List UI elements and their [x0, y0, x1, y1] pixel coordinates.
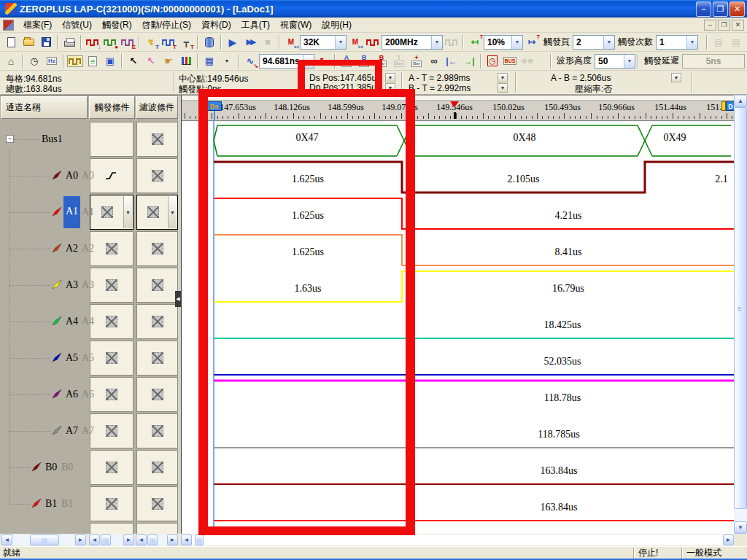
tree-expander-bus1[interactable]: − — [6, 135, 14, 143]
b-bar-icon[interactable]: BBar — [355, 53, 373, 69]
select-tool-icon[interactable]: ↖ — [125, 53, 142, 69]
memory-page-right-icon[interactable]: M↦ — [347, 34, 364, 50]
trigger-column-scrollbar[interactable]: ◄► — [89, 534, 134, 545]
repeat-run-icon[interactable]: ▶▶ — [241, 34, 259, 50]
menu-item-4[interactable]: 資料(D) — [196, 18, 236, 31]
a-b-dropdown[interactable]: ▼ — [671, 73, 681, 82]
run-icon[interactable]: ▶ — [224, 34, 241, 50]
filter-cell-B0[interactable] — [136, 450, 178, 485]
filter-cell-B1[interactable] — [136, 486, 178, 521]
menu-item-3[interactable]: 啓動/停止(S) — [137, 18, 196, 31]
add-bar-icon[interactable]: +Bar — [408, 53, 425, 69]
pulse-width-trigger-icon[interactable]: ↯T — [142, 34, 160, 50]
menu-item-0[interactable]: 檔案(F) — [18, 18, 57, 31]
trigger-position-combo[interactable]: 10%▼ — [484, 35, 523, 50]
mdi-minimize-button[interactable]: – — [704, 20, 716, 31]
frequency-icon[interactable]: Hz — [43, 53, 61, 69]
sampling-frequency-combo[interactable]: 200MHz▼ — [382, 35, 443, 50]
filter-cell-A0[interactable] — [136, 158, 178, 193]
ds-marker-flag[interactable]: Ds — [206, 101, 222, 111]
goto-end-icon[interactable]: →| — [460, 53, 478, 69]
channel-setup-icon[interactable]: ● — [101, 34, 119, 50]
zoom-scale-combo[interactable]: 94.681ns▼ — [259, 54, 314, 69]
menu-item-6[interactable]: 視窗(W) — [275, 18, 317, 31]
menu-item-5[interactable]: 工具(T) — [236, 18, 275, 31]
pulse-timer-icon[interactable]: ◷ — [484, 53, 501, 69]
grid-dropdown-icon[interactable]: ▼ — [218, 53, 236, 69]
minimize-button[interactable]: – — [696, 1, 711, 17]
filter-cell-dropdown[interactable]: ▼ — [168, 196, 177, 228]
menu-item-1[interactable]: 信號(U) — [57, 18, 97, 31]
trigger-cell-B0[interactable] — [90, 450, 133, 485]
maximize-button[interactable]: ❐ — [713, 1, 728, 17]
vertical-scroll-thumb[interactable] — [734, 107, 747, 509]
hand-tool-icon[interactable]: ☛ — [160, 53, 177, 69]
channel-label-A1-selected[interactable]: A1 — [63, 196, 80, 228]
menu-item-7[interactable]: 說明(H) — [317, 18, 357, 31]
channel-label-A3[interactable]: A3 — [66, 279, 78, 291]
filter-column-scrollbar[interactable]: ◄► — [136, 534, 178, 545]
filter-cell-A1[interactable]: ▼ — [136, 195, 178, 230]
ds-pos-dropdown[interactable]: ▼ — [385, 73, 395, 82]
internal-clock-icon[interactable] — [364, 34, 382, 50]
navigator-icon[interactable]: ▣ — [101, 53, 119, 69]
trigger-cell-row11[interactable] — [90, 523, 133, 534]
search-icon[interactable]: ∞ — [425, 53, 443, 69]
wave-height-combo[interactable]: 50▼ — [595, 54, 635, 69]
channel-label-A7[interactable]: A7 — [66, 425, 78, 437]
waveform-traces[interactable]: 0X470X480X491.625us2.105us2.11.625us4.21… — [182, 121, 734, 534]
filter-cell-A5[interactable] — [136, 341, 178, 376]
channel-label-B0[interactable]: B0 — [45, 462, 57, 473]
filter-cell-A3[interactable] — [136, 268, 178, 303]
trigger-cell-A6[interactable] — [90, 377, 133, 412]
splitter-collapse-arrow[interactable]: ◀ — [175, 291, 181, 307]
trigger-cell-A0[interactable] — [90, 158, 133, 193]
trigger-cell-A7[interactable] — [90, 413, 133, 448]
memory-page-left-icon[interactable]: M↤ — [282, 34, 300, 50]
clock-setup-icon[interactable]: ◷ — [26, 53, 43, 69]
filter-cell-A7[interactable] — [136, 413, 178, 448]
close-button[interactable]: ✕ — [729, 1, 745, 17]
trigger-page-combo[interactable]: 2▼ — [573, 35, 615, 50]
goto-start-icon[interactable]: |← — [443, 53, 460, 69]
bus-width-icon[interactable]: BUS — [501, 53, 519, 69]
vertical-scrollbar[interactable]: ▲ ▼ — [734, 95, 747, 534]
filter-cell-A6[interactable] — [136, 377, 178, 412]
channel-label-B1[interactable]: B1 — [45, 498, 57, 510]
bus-setup-icon[interactable] — [201, 34, 218, 50]
column-header-channel-name[interactable]: 通道名稱 — [1, 96, 88, 119]
b-t-dropdown[interactable]: ▼ — [498, 83, 508, 93]
channel-label-A2[interactable]: A2 — [66, 243, 78, 254]
dp-pos-dropdown[interactable]: ▼ — [385, 83, 395, 93]
width-trigger-icon[interactable]: T — [160, 34, 177, 50]
trigger-cell-A5[interactable] — [90, 341, 133, 376]
trigger-position-marker[interactable] — [450, 101, 459, 107]
home-icon[interactable]: ⌂ — [2, 53, 20, 69]
dp-marker-flag[interactable]: D — [726, 101, 734, 111]
trigger-cell-A2[interactable] — [90, 231, 133, 266]
waveform-area[interactable]: 147.653us148.126us148.599us149.073us149.… — [181, 96, 734, 534]
trigger-cell-A1[interactable]: ▼ — [90, 195, 133, 230]
signal-trigger-icon[interactable]: ┳T — [177, 34, 195, 50]
save-icon[interactable] — [37, 34, 55, 50]
column-header-trigger-condition[interactable]: 觸發條件 — [89, 96, 135, 119]
print-icon[interactable] — [61, 34, 78, 50]
grid-display-icon[interactable]: ▦ — [201, 53, 218, 69]
trigger-cell-A3[interactable] — [90, 268, 133, 303]
statistics-icon[interactable] — [177, 53, 195, 69]
channel-label-A5[interactable]: A5 — [66, 352, 78, 364]
multi-select-tool-icon[interactable]: ↖ — [142, 53, 160, 69]
data-list-icon[interactable]: ≡ — [84, 53, 101, 69]
trigger-count-combo[interactable]: 1▼ — [656, 35, 698, 50]
menu-item-2[interactable]: 觸發(R) — [97, 18, 137, 31]
channel-label-A0[interactable]: A0 — [66, 170, 78, 182]
channel-label-A4[interactable]: A4 — [66, 316, 78, 327]
a-t-dropdown[interactable]: ▼ — [498, 73, 508, 82]
signal-edit-icon[interactable]: E — [119, 34, 136, 50]
trigger-page-icon[interactable]: ↦T — [523, 34, 541, 50]
scroll-up-button[interactable]: ▲ — [734, 95, 747, 107]
waveform-view-icon[interactable] — [66, 53, 84, 69]
filter-cell-Bus1[interactable] — [136, 122, 178, 157]
zoom-wave-icon[interactable]: ∿↘ — [241, 53, 259, 69]
trigger-cell-Bus1[interactable] — [90, 122, 133, 157]
